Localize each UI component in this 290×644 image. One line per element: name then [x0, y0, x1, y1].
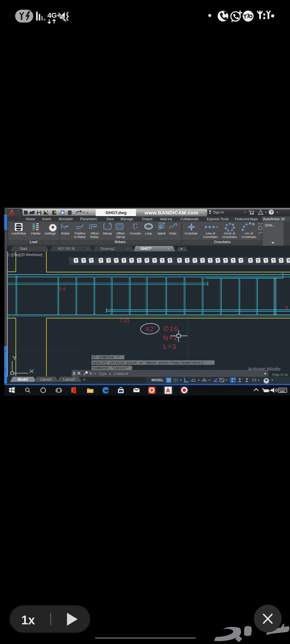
svg-text:Offset: Offset: [90, 232, 99, 235]
svg-text:Type a command: Type a command: [98, 372, 128, 376]
svg-text:Crosshairs: Crosshairs: [214, 240, 231, 244]
svg-text:Line of: Line of: [206, 232, 215, 235]
svg-text:×: ×: [87, 247, 88, 251]
svg-text:42: 42: [145, 325, 154, 333]
svg-text:Command: *Cancel*: Command: *Cancel*: [92, 366, 129, 370]
svg-text:▾: ▾: [94, 372, 96, 375]
svg-text:2 4: 2 4: [58, 286, 65, 292]
svg-text:Rebar: Rebar: [61, 232, 70, 235]
svg-text:Spiral: Spiral: [158, 232, 165, 235]
svg-text:Crosshairs: Crosshairs: [203, 235, 218, 239]
svg-text:Offset: Offset: [116, 232, 125, 235]
svg-text:·: ·: [206, 212, 207, 215]
svg-text:Rebar: Rebar: [90, 235, 99, 239]
svg-text:+: +: [83, 377, 85, 382]
svg-text:[−][Top][2D Wireframe]: [−][Top][2D Wireframe]: [8, 253, 42, 257]
svg-text:to Rebar: to Rebar: [74, 235, 86, 239]
svg-text:A: A: [166, 387, 170, 394]
svg-text:Sign In: Sign In: [213, 210, 224, 214]
svg-text:C* STRETCH **: C* STRETCH **: [92, 355, 120, 359]
svg-text:Crosstie: Crosstie: [130, 232, 141, 235]
svg-text:Crosshairs: Crosshairs: [241, 235, 256, 239]
svg-text:Chair: Chair: [169, 232, 177, 235]
svg-text:A: A: [8, 208, 15, 217]
svg-text:∅16: ∅16: [163, 325, 179, 332]
svg-text:rings to ac: rings to ac: [272, 373, 288, 376]
svg-text:Settings: Settings: [45, 232, 56, 235]
svg-text:×: ×: [127, 247, 129, 251]
svg-text:N=1: N=1: [163, 334, 178, 341]
svg-text:Circle of: Circle of: [224, 232, 235, 235]
svg-text:Layout1: Layout1: [40, 377, 52, 381]
svg-text:Layout2: Layout2: [63, 377, 75, 381]
svg-text:Load: Load: [30, 240, 37, 244]
svg-text:+: +: [241, 377, 243, 380]
svg-text:Polyline: Polyline: [74, 232, 85, 235]
svg-text:Drawing1: Drawing1: [101, 247, 115, 251]
svg-text:Sche...: Sche...: [265, 223, 275, 227]
svg-text:Model: Model: [18, 377, 28, 381]
svg-text:Stirrup: Stirrup: [116, 235, 125, 239]
svg-text:Palette: Palette: [31, 232, 41, 235]
svg-text:AutoRebar: AutoRebar: [11, 232, 26, 235]
svg-text:Start: Start: [20, 247, 27, 251]
svg-text:»: »: [86, 211, 88, 214]
svg-text:BOT RE SL: BOT RE SL: [58, 247, 76, 251]
svg-text:Rebars: Rebars: [115, 240, 126, 244]
svg-text:www.BANDICAM.com: www.BANDICAM.com: [144, 210, 198, 215]
svg-text:GHGT*: GHGT*: [140, 247, 152, 251]
svg-text:Crosshair: Crosshair: [185, 232, 198, 235]
svg-text:3: 3: [285, 305, 288, 310]
svg-text:×: ×: [168, 247, 169, 251]
svg-text:1:1: 1:1: [252, 378, 256, 382]
svg-text:Stirrup: Stirrup: [103, 232, 112, 235]
svg-text:L=3: L=3: [163, 343, 177, 350]
svg-text:+: +: [180, 247, 182, 251]
svg-text:GHGT.dwg: GHGT.dwg: [105, 210, 127, 215]
svg-text:Crosshairs: Crosshairs: [222, 235, 237, 239]
svg-text:7.31: 7.31: [120, 318, 130, 323]
svg-text:?: ?: [270, 210, 273, 215]
svg-text:Specify stretch point or [Base: Specify stretch point or [Base point/Cop…: [92, 361, 205, 365]
svg-text:4G+: 4G+: [47, 11, 61, 19]
svg-text:MODEL: MODEL: [151, 378, 164, 382]
svg-text:Loop: Loop: [145, 232, 152, 235]
svg-text:Arc of: Arc of: [245, 232, 253, 235]
